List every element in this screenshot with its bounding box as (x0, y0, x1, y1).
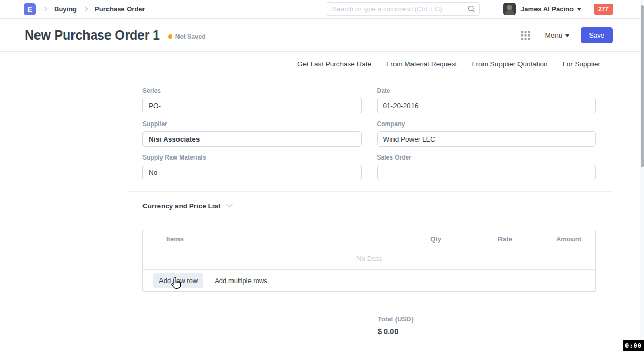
search-icon[interactable] (468, 5, 475, 15)
supply-raw-materials-label: Supply Raw Materials (142, 154, 362, 161)
menu-label: Menu (545, 31, 563, 39)
add-multiple-rows-button[interactable]: Add multiple rows (214, 277, 267, 285)
total-label: Total (USD) (378, 315, 612, 323)
chevron-down-icon (565, 34, 569, 37)
supplier-label: Supplier (142, 120, 362, 128)
supply-raw-materials-input[interactable] (142, 165, 362, 180)
page-title: New Purchase Order 1 (25, 28, 160, 43)
status-text: Not Saved (175, 33, 206, 40)
date-input[interactable] (377, 98, 596, 113)
company-input[interactable] (377, 131, 596, 147)
column-rate: Rate (441, 235, 512, 243)
page-header: New Purchase Order 1 Not Saved Menu Save (0, 19, 644, 52)
breadcrumb-buying[interactable]: Buying (54, 5, 77, 13)
section-title: Currency and Price List (142, 202, 221, 210)
sales-order-input[interactable] (377, 165, 596, 180)
breadcrumb-chevron-icon (43, 7, 48, 12)
items-grid-footer: Add new row Add multiple rows (143, 270, 595, 291)
scrollbar-track[interactable] (640, 0, 644, 351)
from-supplier-quotation-link[interactable]: From Supplier Quotation (472, 60, 547, 68)
field-series: Series (142, 87, 362, 113)
sales-order-label: Sales Order (377, 154, 596, 161)
get-last-purchase-rate-link[interactable]: Get Last Purchase Rate (297, 60, 371, 68)
column-qty: Qty (370, 235, 441, 243)
series-label: Series (142, 87, 362, 94)
field-sales-order: Sales Order (377, 154, 596, 180)
global-search (326, 2, 480, 16)
notification-count-badge[interactable]: 277 (594, 4, 613, 15)
series-input[interactable] (142, 98, 362, 113)
status-indicator: Not Saved (168, 33, 206, 40)
user-name: James Al Pacino (521, 5, 574, 13)
form-panel: Get Last Purchase Rate From Material Req… (128, 52, 612, 351)
date-label: Date (377, 87, 596, 94)
chevron-down-icon (577, 8, 581, 11)
items-grid-header: Items Qty Rate Amount (143, 230, 595, 248)
form-action-links: Get Last Purchase Rate From Material Req… (128, 52, 612, 76)
items-grid-area: Items Qty Rate Amount No Data Add new ro… (128, 220, 612, 306)
scrollbar-thumb[interactable] (641, 5, 644, 167)
user-avatar[interactable] (503, 3, 516, 15)
no-data-row: No Data (143, 248, 595, 270)
breadcrumb-chevron-icon (83, 7, 88, 12)
save-button[interactable]: Save (581, 27, 613, 43)
breadcrumb-purchase-order[interactable]: Purchase Order (95, 5, 145, 13)
from-material-request-link[interactable]: From Material Request (386, 60, 457, 68)
app-logo[interactable]: E (24, 3, 36, 15)
field-date: Date (377, 87, 596, 113)
add-new-row-button[interactable]: Add new row (153, 273, 203, 288)
workspace-grid-icon[interactable] (521, 31, 530, 40)
column-items: Items (166, 235, 370, 243)
supplier-input[interactable] (142, 131, 362, 147)
company-label: Company (377, 120, 596, 128)
column-amount: Amount (512, 235, 581, 243)
field-supply-raw-materials: Supply Raw Materials (142, 154, 362, 180)
user-menu[interactable]: James Al Pacino (521, 5, 581, 13)
for-supplier-link[interactable]: For Supplier (562, 60, 600, 68)
field-supplier: Supplier (142, 120, 362, 147)
totals-section: Total (USD) $ 0.00 (128, 306, 612, 336)
chevron-down-icon (226, 204, 233, 208)
recording-timer-badge: 0:00 (623, 340, 644, 351)
top-navbar: E Buying Purchase Order James Al Pacino … (0, 0, 644, 19)
currency-price-list-section-toggle[interactable]: Currency and Price List (128, 192, 612, 220)
status-dot-icon (168, 34, 172, 39)
search-input[interactable] (326, 2, 480, 16)
items-grid: Items Qty Rate Amount No Data Add new ro… (142, 230, 596, 292)
menu-button[interactable]: Menu (545, 31, 570, 39)
purchase-order-form: Series Date Supplier Company Supply Raw … (128, 76, 612, 192)
header-actions: Menu Save (521, 27, 613, 43)
total-value: $ 0.00 (378, 327, 612, 336)
field-company: Company (377, 120, 596, 147)
